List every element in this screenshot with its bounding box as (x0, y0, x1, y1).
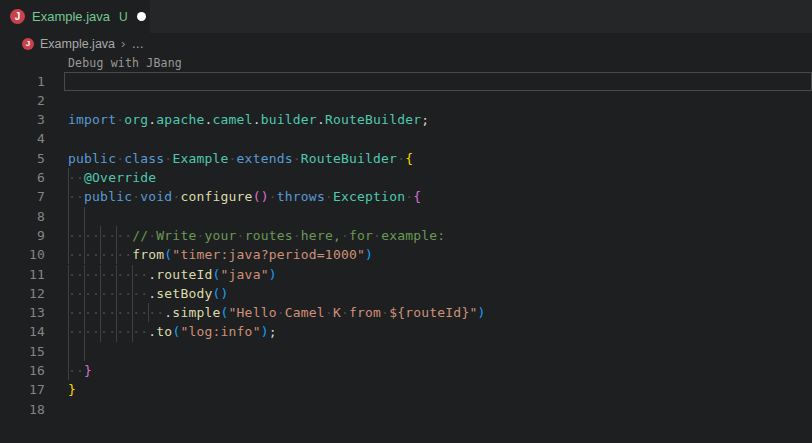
code-text: } (68, 380, 76, 399)
code-line[interactable]: 17} (0, 380, 812, 399)
code-token: Example (172, 151, 228, 166)
code-text: ··public·void·configure()·throws·Excepti… (68, 187, 421, 206)
code-token: ; (421, 112, 429, 127)
code-token: ; (269, 324, 277, 339)
code-token: . (205, 112, 213, 127)
code-token: org (124, 112, 148, 127)
code-text: ············.simple("Hello·Camel·K·from·… (68, 303, 485, 322)
code-line[interactable]: 12··········.setBody() (0, 284, 812, 303)
code-token: public (84, 189, 132, 204)
code-line[interactable]: 8 (0, 207, 812, 226)
code-line[interactable]: 10········from("timer:java?period=1000") (0, 245, 812, 264)
code-token: to (156, 324, 172, 339)
whitespace-dots: ········ (68, 247, 132, 262)
line-number: 4 (0, 129, 45, 148)
code-token: apache (156, 112, 204, 127)
line-number: 2 (0, 91, 45, 110)
code-text: ··········.to("log:info"); (68, 322, 277, 341)
code-line[interactable]: 4 (0, 129, 812, 148)
code-token: example: (381, 228, 445, 243)
code-token: { (405, 151, 413, 166)
code-text: ··} (68, 361, 92, 380)
whitespace-dots: · (397, 151, 405, 166)
whitespace-dots: · (325, 189, 333, 204)
code-text: ··········.routeId("java") (68, 265, 277, 284)
line-number: 10 (0, 245, 45, 264)
line-number: 3 (0, 110, 45, 129)
line-number: 17 (0, 380, 45, 399)
code-token: ( (221, 305, 229, 320)
code-text: ········from("timer:java?period=1000") (68, 245, 373, 264)
code-token: camel (213, 112, 253, 127)
indent-guide (84, 342, 85, 361)
code-text: import·org.apache.camel.builder.RouteBui… (68, 110, 429, 129)
code-token: ) (477, 305, 485, 320)
whitespace-dots: · (277, 305, 285, 320)
code-line[interactable]: 15 (0, 342, 812, 361)
whitespace-dots: · (229, 151, 237, 166)
whitespace-dots: ·· (68, 170, 84, 185)
code-token: } (84, 363, 92, 378)
whitespace-dots: ·· (68, 189, 84, 204)
line-number: 9 (0, 226, 45, 245)
line-number: 1 (0, 72, 45, 91)
code-line[interactable]: 6··@Override (0, 168, 812, 187)
whitespace-dots: · (116, 112, 124, 127)
code-line[interactable]: 16··} (0, 361, 812, 380)
code-token: "Hello (229, 305, 277, 320)
code-token: () (213, 286, 229, 301)
indent-guide (68, 207, 69, 226)
line-number: 18 (0, 400, 45, 419)
codelens-debug-with-jbang[interactable]: Debug with JBang (68, 56, 182, 70)
line-number: 5 (0, 149, 45, 168)
code-line[interactable]: 1 (0, 72, 812, 91)
code-line[interactable]: 5public·class·Example·extends·RouteBuild… (0, 149, 812, 168)
line-number: 13 (0, 303, 45, 322)
code-token: Camel (285, 305, 325, 320)
whitespace-dots: ·· (68, 363, 84, 378)
code-token: "java" (221, 267, 269, 282)
code-token: configure (180, 189, 252, 204)
whitespace-dots: ·········· (68, 286, 148, 301)
code-text: ··@Override (68, 168, 156, 187)
code-line[interactable]: 14··········.to("log:info"); (0, 322, 812, 341)
whitespace-dots: ············ (68, 305, 164, 320)
code-line[interactable]: 18 (0, 400, 812, 419)
line-number: 15 (0, 342, 45, 361)
code-line[interactable]: 3import·org.apache.camel.builder.RouteBu… (0, 110, 812, 129)
line-number: 16 (0, 361, 45, 380)
code-token: @Override (84, 170, 156, 185)
code-token: Exception (333, 189, 405, 204)
code-token: for (349, 228, 373, 243)
line-number: 8 (0, 207, 45, 226)
whitespace-dots: · (269, 189, 277, 204)
code-token: here, (301, 228, 341, 243)
code-token: "timer:java?period=1000" (172, 247, 365, 262)
whitespace-dots: · (381, 305, 389, 320)
code-line[interactable]: 13············.simple("Hello·Camel·K·fro… (0, 303, 812, 322)
code-line[interactable]: 7··public·void·configure()·throws·Except… (0, 187, 812, 206)
whitespace-dots: · (325, 305, 333, 320)
whitespace-dots: · (373, 228, 381, 243)
code-token: from (349, 305, 381, 320)
code-editor[interactable]: Debug with JBang 123import·org.apache.ca… (0, 0, 812, 443)
code-token: { (413, 189, 421, 204)
indent-guide (68, 342, 69, 361)
line-number: 11 (0, 265, 45, 284)
code-line[interactable]: 9········//·Write·your·routes·here,·for·… (0, 226, 812, 245)
code-token: K (333, 305, 341, 320)
code-text: public·class·Example·extends·RouteBuilde… (68, 149, 413, 168)
whitespace-dots: · (237, 228, 245, 243)
code-token: import (68, 112, 116, 127)
code-line[interactable]: 2 (0, 91, 812, 110)
code-token: . (317, 112, 325, 127)
line-number: 14 (0, 322, 45, 341)
code-line[interactable]: 11··········.routeId("java") (0, 265, 812, 284)
code-token: your (204, 228, 236, 243)
code-token: public (68, 151, 116, 166)
line-number: 12 (0, 284, 45, 303)
code-token: ) (365, 247, 373, 262)
code-token: throws (277, 189, 325, 204)
code-token: . (253, 112, 261, 127)
code-token: ${routeId}" (389, 305, 477, 320)
